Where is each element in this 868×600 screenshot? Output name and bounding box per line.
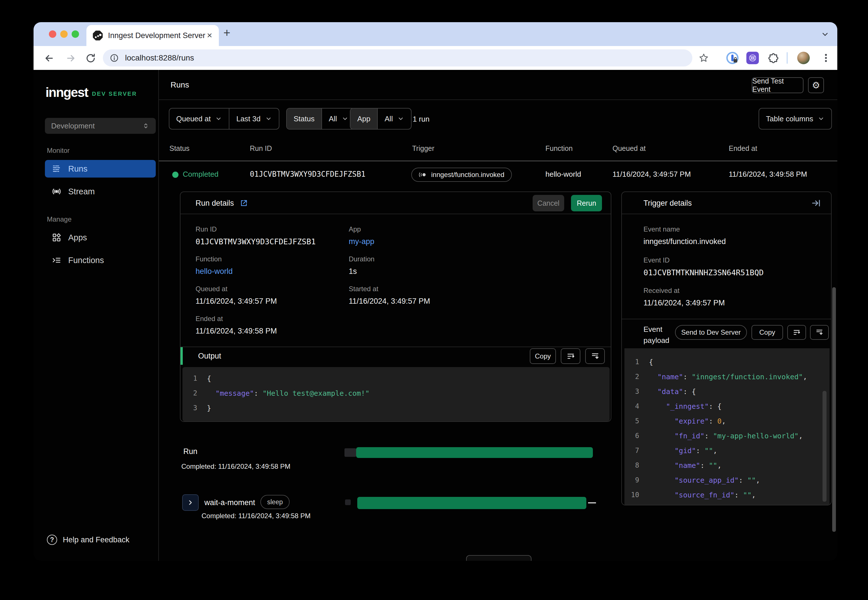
- trigger-badge-label: inngest/function.invoked: [431, 171, 504, 179]
- sidebar-item-functions[interactable]: Functions: [45, 252, 156, 269]
- step-timeline-bar[interactable]: [357, 497, 586, 509]
- sidebar-item-runs[interactable]: Runs: [45, 160, 156, 177]
- page-scrollbar[interactable]: [832, 287, 836, 532]
- step-expand-button[interactable]: [182, 494, 199, 511]
- sidebar-item-label: Stream: [68, 187, 95, 196]
- step-post-tick: [588, 502, 596, 503]
- external-link-icon[interactable]: [240, 199, 248, 208]
- new-tab-icon[interactable]: +: [223, 26, 231, 40]
- rerun-button[interactable]: Rerun: [571, 195, 602, 211]
- output-accent-bar: [181, 347, 183, 365]
- col-function: Function: [545, 144, 573, 153]
- apps-icon: [52, 233, 61, 242]
- functions-icon: [52, 255, 61, 265]
- send-to-dev-server-button[interactable]: Send to Dev Server: [675, 325, 747, 340]
- runs-header: Runs Send Test Event ⚙: [159, 70, 837, 100]
- trigger-badge[interactable]: inngest/function.invoked: [411, 168, 512, 182]
- row-status: Completed: [183, 170, 219, 179]
- wrap-lines-icon: [566, 352, 575, 361]
- run-count: 1 run: [413, 115, 429, 124]
- cancel-button[interactable]: Cancel: [533, 195, 564, 211]
- step-pre-tick: [345, 499, 351, 505]
- sidebar-item-stream[interactable]: Stream: [45, 183, 156, 200]
- tab-close-icon[interactable]: ×: [207, 30, 212, 41]
- help-label: Help and Feedback: [63, 535, 129, 544]
- purple-extension-icon[interactable]: [747, 52, 759, 64]
- chevron-down-icon: [265, 115, 272, 122]
- runs-table-header: Status Run ID Trigger Function Queued at…: [159, 133, 837, 161]
- macos-zoom-button[interactable]: [71, 30, 79, 38]
- onepassword-extension-icon[interactable]: [726, 52, 739, 64]
- settings-button[interactable]: ⚙: [808, 77, 824, 93]
- output-copy-button[interactable]: Copy: [530, 348, 556, 364]
- app-content: inngest DEV SERVER Development Monitor R…: [33, 70, 837, 561]
- profile-avatar[interactable]: [797, 52, 810, 64]
- output-code[interactable]: 1{2 "message": "Hello test@example.com!"…: [182, 367, 610, 421]
- time-field-dropdown[interactable]: Queued at: [169, 109, 229, 129]
- macos-close-button[interactable]: [49, 30, 56, 38]
- payload-scrollbar[interactable]: [822, 391, 827, 502]
- tab-search-chevron-icon[interactable]: [821, 30, 829, 39]
- event-payload-code[interactable]: 1{2 "name": "inngest/function.invoked",3…: [624, 348, 830, 505]
- runs-icon: [52, 164, 61, 174]
- status-filter[interactable]: Status All: [286, 108, 356, 130]
- output-scroll-bottom-button[interactable]: [585, 348, 605, 364]
- sidebar-item-apps[interactable]: Apps: [45, 229, 156, 246]
- extensions-puzzle-icon[interactable]: [768, 52, 779, 64]
- app-filter-value[interactable]: All: [378, 109, 411, 129]
- collapse-panel-icon[interactable]: [811, 198, 821, 208]
- help-and-feedback[interactable]: ? Help and Feedback: [47, 535, 129, 545]
- clipped-bottom-button[interactable]: [466, 555, 531, 561]
- table-row[interactable]: Completed 01JCVBTMV3WXY9D3CFDEJFZSB1 inn…: [159, 161, 837, 188]
- send-test-event-button[interactable]: Send Test Event: [752, 77, 803, 93]
- address-bar[interactable]: localhost:8288/runs: [103, 49, 692, 67]
- field-duration: Duration 1s: [349, 255, 375, 276]
- step-completed-text: Completed: 11/16/2024, 3:49:58 PM: [202, 512, 311, 520]
- time-filter[interactable]: Queued at Last 3d: [169, 108, 279, 130]
- inngest-favicon: [93, 30, 103, 41]
- chevron-down-icon: [341, 115, 349, 122]
- sidebar-item-label: Runs: [68, 164, 88, 174]
- macos-minimize-button[interactable]: [60, 30, 68, 38]
- tab-title: Inngest Development Server: [108, 31, 205, 40]
- trigger-details-title: Trigger details: [643, 199, 692, 208]
- row-function: hello-world: [545, 170, 581, 179]
- time-range-dropdown[interactable]: Last 3d: [229, 109, 279, 129]
- browser-menu-icon[interactable]: [820, 52, 832, 64]
- output-wrap-lines-button[interactable]: [561, 348, 580, 364]
- forward-icon[interactable]: [65, 53, 76, 64]
- sidebar: inngest DEV SERVER Development Monitor R…: [33, 70, 159, 561]
- sidebar-item-label: Apps: [68, 233, 87, 242]
- reload-icon[interactable]: [85, 53, 96, 64]
- col-queued-at: Queued at: [613, 144, 646, 153]
- payload-copy-button[interactable]: Copy: [751, 325, 783, 340]
- payload-scroll-bottom-button[interactable]: [810, 325, 829, 340]
- app-filter-label: App: [351, 109, 377, 129]
- event-signal-icon: [419, 171, 427, 179]
- monitor-section-label: Monitor: [47, 147, 70, 155]
- sidebar-item-label: Functions: [68, 256, 104, 265]
- back-icon[interactable]: [44, 53, 55, 64]
- browser-tab[interactable]: Inngest Development Server ×: [86, 25, 219, 46]
- trigger-details-card: Trigger details Event name inngest/funct…: [621, 191, 832, 505]
- bookmark-star-icon[interactable]: [699, 53, 709, 63]
- gear-icon: ⚙: [812, 80, 820, 91]
- table-columns-button[interactable]: Table columns: [759, 108, 832, 130]
- field-function: Function hello-world: [196, 255, 233, 276]
- run-timeline-bar[interactable]: [356, 447, 593, 458]
- scroll-bottom-icon: [591, 352, 599, 361]
- dev-server-badge: DEV SERVER: [92, 91, 137, 97]
- site-info-icon[interactable]: [110, 53, 119, 62]
- environment-select[interactable]: Development: [45, 118, 156, 134]
- output-header: Output Copy: [181, 347, 611, 364]
- function-link[interactable]: hello-world: [196, 267, 233, 276]
- field-run-id: Run ID 01JCVBTMV3WXY9D3CFDEJFZSB1: [196, 225, 316, 246]
- field-app: App my-app: [349, 225, 374, 246]
- browser-window: Inngest Development Server × + localhost…: [33, 22, 837, 561]
- row-run-id: 01JCVBTMV3WXY9D3CFDEJFZSB1: [250, 170, 366, 179]
- page-title: Runs: [170, 80, 189, 89]
- app-filter[interactable]: App All: [350, 108, 411, 130]
- app-link[interactable]: my-app: [349, 237, 374, 246]
- col-status: Status: [169, 144, 190, 153]
- payload-wrap-lines-button[interactable]: [787, 325, 806, 340]
